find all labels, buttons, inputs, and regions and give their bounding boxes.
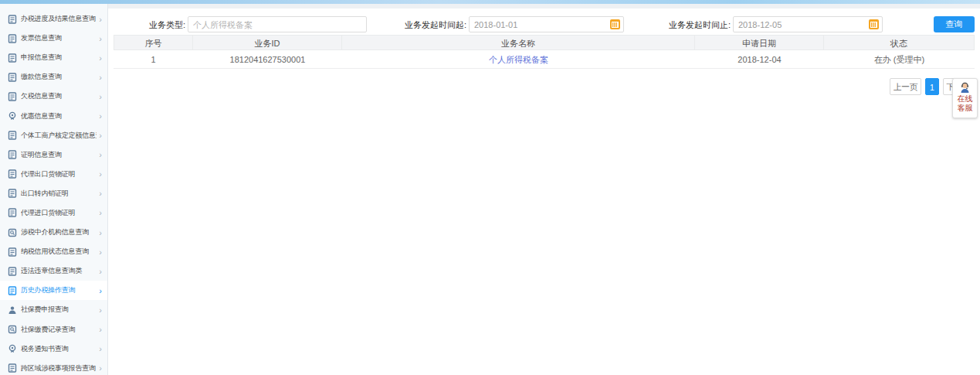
- start-date-input[interactable]: [469, 16, 624, 32]
- col-header-biz-name: 业务名称: [342, 35, 695, 50]
- sidebar-item-13[interactable]: 纳税信用状态信息查询›: [0, 242, 107, 261]
- table-header-row: 序号 业务ID 业务名称 申请日期 状态: [114, 35, 975, 50]
- sidebar-item-3[interactable]: 申报信息查询›: [0, 48, 107, 67]
- main-content: 业务类型: 业务发起时间起: 业务发起时间止: 查询: [108, 9, 980, 375]
- violation-icon: [8, 267, 17, 276]
- biz-type-label: 业务类型:: [124, 19, 185, 31]
- import-agent-icon: [8, 208, 17, 217]
- sidebar-item-label: 发票信息查询: [21, 33, 97, 43]
- sidebar-item-7[interactable]: 个体工商户核定定额信息查询›: [0, 126, 107, 145]
- export-agent-icon: [8, 169, 17, 179]
- payment-icon: [8, 73, 17, 82]
- service-text-line1: 在线: [958, 94, 973, 104]
- query-button[interactable]: 查询: [934, 16, 975, 32]
- col-header-apply-date: 申请日期: [695, 35, 824, 50]
- sidebar-item-label: 跨区域涉税事项报告查询: [21, 363, 97, 373]
- start-date-field: [469, 16, 624, 32]
- chevron-right-icon: ›: [99, 15, 102, 24]
- sidebar-item-19[interactable]: 跨区域涉税事项报告查询›: [0, 359, 107, 375]
- current-page-button[interactable]: 1: [925, 78, 939, 95]
- sidebar-item-label: 证明信息查询: [21, 150, 97, 160]
- invoice-icon: [8, 34, 17, 43]
- sidebar-item-15[interactable]: 历史办税操作查询›: [0, 281, 107, 300]
- chevron-right-icon: ›: [99, 286, 102, 295]
- chevron-right-icon: ›: [99, 111, 102, 121]
- chevron-right-icon: ›: [99, 131, 102, 140]
- col-header-seq: 序号: [114, 35, 193, 50]
- sidebar-item-label: 纳税信用状态信息查询: [21, 247, 97, 257]
- cell-status: 在办 (受理中): [824, 50, 975, 69]
- sidebar-item-label: 欠税信息查询: [21, 91, 97, 101]
- online-service-widget[interactable]: 在线 客服: [952, 78, 978, 118]
- chevron-right-icon: ›: [99, 34, 102, 43]
- start-date-label: 业务发起时间起:: [371, 19, 466, 31]
- social-payment-record-icon: [8, 325, 17, 334]
- sidebar-item-label: 缴款信息查询: [21, 72, 97, 82]
- chevron-right-icon: ›: [99, 247, 102, 257]
- chevron-right-icon: ›: [99, 53, 102, 63]
- chevron-right-icon: ›: [99, 325, 102, 334]
- sidebar-item-2[interactable]: 发票信息查询›: [0, 29, 107, 48]
- sidebar-item-label: 历史办税操作查询: [21, 285, 97, 295]
- sidebar-item-label: 代理进口货物证明: [21, 208, 97, 218]
- chevron-right-icon: ›: [99, 73, 102, 82]
- end-date-field: [733, 16, 883, 32]
- discount-icon: [8, 111, 17, 121]
- credit-status-icon: [8, 247, 17, 257]
- biz-name-link[interactable]: 个人所得税备案: [489, 55, 548, 64]
- chevron-right-icon: ›: [99, 228, 102, 237]
- chevron-right-icon: ›: [99, 169, 102, 179]
- biz-type-input[interactable]: [188, 16, 367, 32]
- service-text-line2: 客服: [958, 104, 973, 113]
- sidebar-item-14[interactable]: 违法违章信息查询类›: [0, 261, 107, 281]
- chevron-right-icon: ›: [99, 92, 102, 101]
- sidebar-item-12[interactable]: 涉税中介机构信息查询›: [0, 223, 107, 242]
- sidebar-item-label: 申报信息查询: [21, 53, 97, 63]
- sidebar-item-16[interactable]: 社保费申报查询›: [0, 300, 107, 319]
- history-icon: [8, 286, 17, 295]
- sidebar-item-label: 出口转内销证明: [21, 189, 97, 199]
- chevron-right-icon: ›: [99, 305, 102, 315]
- cross-region-report-icon: [8, 363, 17, 373]
- table-row: 1 1812041627530001 个人所得税备案 2018-12-04 在办…: [114, 50, 975, 69]
- chevron-right-icon: ›: [99, 189, 102, 198]
- cell-apply-date: 2018-12-04: [695, 50, 824, 69]
- sidebar-item-label: 代理出口货物证明: [21, 169, 97, 179]
- col-header-status: 状态: [824, 35, 975, 50]
- sidebar-item-label: 社保缴费记录查询: [21, 325, 97, 335]
- sidebar-item-label: 社保费申报查询: [21, 305, 97, 315]
- sidebar-item-9[interactable]: 代理出口货物证明›: [0, 165, 107, 184]
- sidebar-item-17[interactable]: 社保缴费记录查询›: [0, 320, 107, 339]
- end-date-input[interactable]: [733, 16, 883, 32]
- chevron-right-icon: ›: [99, 344, 102, 353]
- sidebar-item-10[interactable]: 出口转内销证明›: [0, 184, 107, 203]
- declaration-icon: [8, 53, 17, 63]
- history-tax-query-page: 办税进度及结果信息查询›发票信息查询›申报信息查询›缴款信息查询›欠税信息查询›…: [0, 0, 980, 375]
- sidebar-item-1[interactable]: 办税进度及结果信息查询›: [0, 9, 107, 29]
- social-insurance-icon: [8, 305, 17, 315]
- chevron-right-icon: ›: [99, 363, 102, 373]
- arrears-icon: [8, 92, 17, 101]
- chevron-right-icon: ›: [99, 150, 102, 159]
- prev-page-button[interactable]: 上一页: [890, 78, 921, 95]
- cell-biz-name: 个人所得税备案: [342, 50, 695, 69]
- sidebar-item-label: 违法违章信息查询类: [21, 266, 97, 276]
- sidebar-item-label: 涉税中介机构信息查询: [21, 227, 97, 237]
- sidebar-nav: 办税进度及结果信息查询›发票信息查询›申报信息查询›缴款信息查询›欠税信息查询›…: [0, 4, 108, 375]
- customer-service-avatar-icon: [958, 81, 972, 94]
- result-table: 序号 业务ID 业务名称 申请日期 状态 1 1812041627530001 …: [114, 35, 975, 69]
- end-date-label: 业务发起时间止:: [633, 19, 731, 31]
- certificate-icon: [8, 150, 17, 159]
- progress-report-icon: [8, 15, 17, 24]
- sidebar-item-11[interactable]: 代理进口货物证明›: [0, 203, 107, 223]
- sidebar-item-5[interactable]: 欠税信息查询›: [0, 87, 107, 106]
- sidebar-item-18[interactable]: 税务通知书查询›: [0, 339, 107, 359]
- sidebar-item-8[interactable]: 证明信息查询›: [0, 145, 107, 165]
- sidebar-item-label: 办税进度及结果信息查询: [21, 14, 97, 24]
- cell-seq: 1: [114, 50, 193, 69]
- sidebar-item-4[interactable]: 缴款信息查询›: [0, 67, 107, 87]
- sidebar-item-label: 优惠信息查询: [21, 111, 97, 121]
- quota-info-icon: [8, 131, 17, 140]
- sidebar-item-label: 个体工商户核定定额信息查询: [21, 131, 97, 141]
- sidebar-item-6[interactable]: 优惠信息查询›: [0, 106, 107, 125]
